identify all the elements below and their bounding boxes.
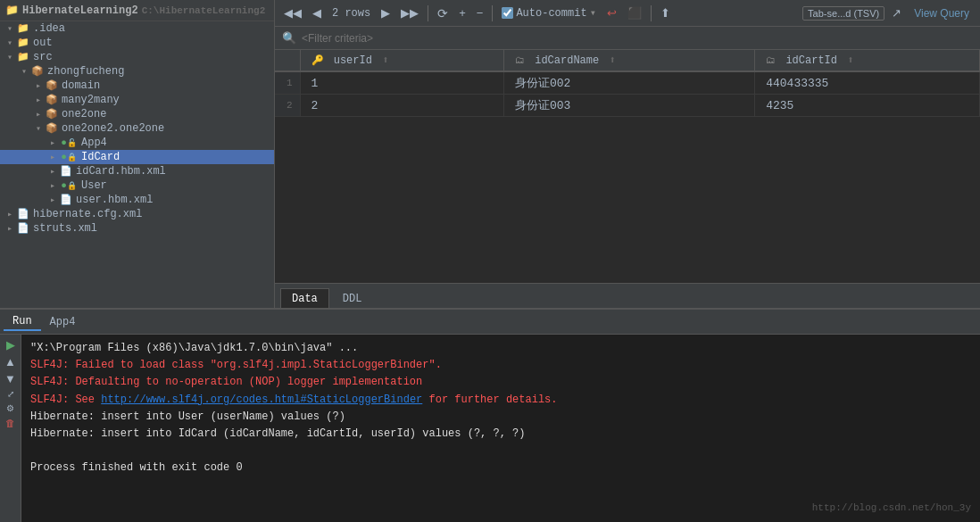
tree-item-IdCard[interactable]: ▸●🔒IdCard	[0, 150, 274, 164]
bottom-inner: ▶ ▲ ▼ ⤢ ⚙ 🗑 "X:\Program Files (x86)\Java…	[0, 335, 980, 522]
view-query-button[interactable]: View Query	[909, 5, 975, 21]
expand-button[interactable]: ⤢	[6, 389, 15, 400]
remove-row-button[interactable]: −	[473, 4, 487, 21]
console-line: Hibernate: insert into User (userName) v…	[30, 409, 971, 426]
add-row-button[interactable]: +	[455, 4, 469, 21]
cell-idCartId[interactable]: 4235	[755, 95, 980, 117]
tree-item-hibernate.cfg.xml[interactable]: ▸📄hibernate.cfg.xml	[0, 207, 274, 221]
console-line: SLF4J: See http://www.slf4j.org/codes.ht…	[30, 392, 971, 409]
data-toolbar: ◀◀ ◀ 2 rows ▶ ▶▶ ⟳ + − Auto-commit ▾ ↩ ⬛…	[275, 0, 980, 27]
tree-arrow: ▸	[32, 95, 45, 105]
tree-icon-xml: 📄	[16, 222, 30, 235]
tree-arrow: ▸	[32, 109, 45, 120]
tree-item-one2one[interactable]: ▸📦one2one	[0, 107, 274, 121]
auto-commit-dropdown[interactable]: ▾	[590, 6, 596, 20]
tree-icon-xml: 📄	[59, 165, 73, 178]
tree-icon-folder: 📁	[16, 22, 30, 35]
data-tabs: Data DDL	[275, 283, 980, 308]
tree-icon-class-lock: ●🔒	[59, 179, 79, 192]
col-header-userId[interactable]: 🔑 userId ⬆	[300, 50, 504, 71]
tree-icon-folder: 📁	[16, 37, 30, 49]
scroll-down-button[interactable]: ▼	[4, 372, 17, 385]
data-table: 🔑 userId ⬆ 🗂 idCardName ⬆ 🗂 idCartId	[275, 50, 980, 117]
last-page-button[interactable]: ▶▶	[397, 4, 422, 21]
cell-userId[interactable]: 2	[300, 95, 504, 117]
first-page-button[interactable]: ◀◀	[280, 4, 305, 21]
idCardName-icon: 🗂	[515, 54, 525, 66]
trash-button[interactable]: 🗑	[4, 418, 16, 429]
auto-commit-checkbox[interactable]	[502, 7, 513, 19]
tree-item-many2many[interactable]: ▸📦many2many	[0, 93, 274, 107]
tree-item-src[interactable]: ▾📁src	[0, 50, 274, 64]
row-number: 2	[275, 95, 300, 117]
console-line: "X:\Program Files (x86)\Java\jdk1.7.0\bi…	[30, 340, 971, 357]
project-name: HibernateLearning2	[22, 4, 138, 17]
tree-label: IdCard	[81, 151, 120, 163]
tree-item-domain[interactable]: ▸📦domain	[0, 79, 274, 93]
toolbar-right: Tab-se...d (TSV) ↗ View Query	[802, 4, 975, 21]
tree-item-idea[interactable]: ▾📁.idea	[0, 21, 274, 36]
console-line: Process finished with exit code 0	[30, 460, 971, 476]
idCartId-icon: 🗂	[766, 54, 776, 66]
tree-label: User	[81, 179, 107, 192]
file-tree: ▾📁.idea▾📁out▾📁src▾📦zhongfucheng▸📦domain▸…	[0, 21, 274, 236]
cell-idCardName[interactable]: 身份证003	[504, 95, 755, 117]
col-header-idCartId[interactable]: 🗂 idCartId ⬆	[755, 50, 980, 71]
tab-ddl[interactable]: DDL	[331, 288, 374, 308]
tab-sep-button[interactable]: Tab-se...d (TSV)	[802, 6, 884, 21]
rollback-button[interactable]: ↩	[603, 4, 620, 21]
tree-icon-xml: 📄	[59, 194, 73, 206]
separator-3	[651, 5, 652, 21]
tree-arrow: ▸	[4, 223, 16, 234]
next-page-button[interactable]: ▶	[378, 4, 394, 21]
run-button[interactable]: ▶	[5, 338, 16, 352]
tab-run[interactable]: Run	[4, 313, 41, 331]
filter-icon: 🔍	[282, 31, 296, 46]
commit-button[interactable]: ⬛	[624, 4, 645, 21]
tree-label: App4	[81, 137, 107, 149]
tree-item-out[interactable]: ▾📁out	[0, 36, 274, 50]
side-controls: ▶ ▲ ▼ ⤢ ⚙ 🗑	[0, 335, 21, 522]
tree-label: user.hbm.xml	[76, 194, 153, 206]
tree-arrow: ▾	[4, 23, 16, 34]
tree-item-App4[interactable]: ▸●🔓App4	[0, 136, 274, 150]
tab-app4[interactable]: App4	[41, 314, 85, 330]
tree-label: idCard.hbm.xml	[76, 165, 166, 178]
console-lines: "X:\Program Files (x86)\Java\jdk1.7.0\bi…	[30, 340, 971, 477]
tree-item-zhongfucheng[interactable]: ▾📦zhongfucheng	[0, 64, 274, 79]
console-link[interactable]: http://www.slf4j.org/codes.html#StaticLo…	[101, 394, 422, 406]
settings-button[interactable]: ⚙	[5, 403, 15, 414]
table-row[interactable]: 11身份证002440433335	[275, 71, 980, 95]
col-label-idCardName: idCardName	[535, 54, 599, 67]
row-num-header	[275, 50, 300, 71]
tsv-export-button[interactable]: ↗	[888, 4, 905, 21]
export-button[interactable]: ⬆	[657, 4, 674, 21]
auto-commit-container: Auto-commit ▾	[498, 6, 599, 20]
tree-item-User[interactable]: ▸●🔒User	[0, 178, 274, 193]
filter-input[interactable]	[302, 32, 973, 45]
console-line: SLF4J: Failed to load class "org.slf4j.i…	[30, 357, 971, 374]
cell-idCardName[interactable]: 身份证002	[504, 71, 755, 95]
table-row[interactable]: 22身份证0034235	[275, 95, 980, 117]
tree-arrow: ▸	[46, 137, 59, 148]
project-icon: 📁	[5, 4, 19, 17]
tree-icon-package: 📦	[45, 122, 59, 135]
tree-item-struts.xml[interactable]: ▸📄struts.xml	[0, 221, 274, 236]
scroll-up-button[interactable]: ▲	[4, 355, 17, 369]
tree-arrow: ▸	[46, 152, 59, 162]
tree-label: struts.xml	[33, 222, 97, 235]
cell-idCartId[interactable]: 440433335	[755, 71, 980, 95]
tree-label: one2one2.one2one	[62, 122, 164, 135]
tree-icon-class-green: ●🔓	[59, 137, 79, 149]
tree-item-one2one2[interactable]: ▾📦one2one2.one2one	[0, 121, 274, 136]
tab-data[interactable]: Data	[280, 288, 329, 308]
tree-icon-xml: 📄	[16, 208, 30, 220]
col-header-idCardName[interactable]: 🗂 idCardName ⬆	[504, 50, 755, 71]
tree-item-user.hbm.xml[interactable]: ▸📄user.hbm.xml	[0, 193, 274, 207]
prev-page-button[interactable]: ◀	[309, 4, 325, 21]
refresh-button[interactable]: ⟳	[434, 4, 452, 22]
tree-item-idCard.hbm.xml[interactable]: ▸📄idCard.hbm.xml	[0, 164, 274, 178]
tree-arrow: ▸	[32, 80, 45, 91]
cell-userId[interactable]: 1	[300, 71, 504, 95]
tree-icon-package: 📦	[45, 79, 59, 92]
